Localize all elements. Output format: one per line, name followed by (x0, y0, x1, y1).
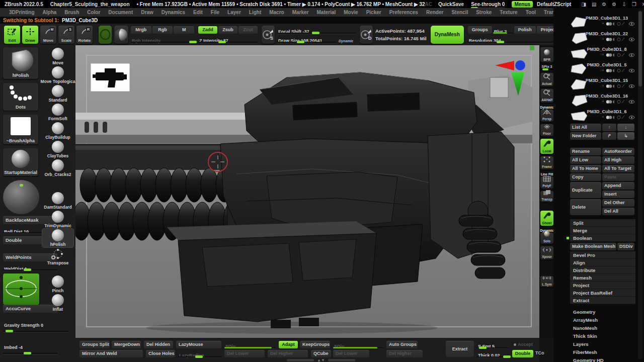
subtool-scrollbar[interactable] (638, 10, 642, 359)
blur-slider[interactable]: Blur 2 (493, 26, 513, 34)
resolution-slider[interactable]: Resolution 304 (468, 35, 565, 43)
ghost-button[interactable]: Ghost (540, 211, 553, 226)
all-high-button[interactable]: All High (602, 156, 634, 164)
del-lower-button[interactable]: Del Lower (224, 350, 265, 357)
subtool-item[interactable]: PM3D_Cube3D1_13 (570, 15, 635, 30)
copy-button[interactable]: Copy (570, 173, 601, 181)
rename-button[interactable]: Rename (570, 148, 601, 155)
restore-window-icon[interactable]: ❐ (632, 2, 636, 7)
visibility-eye-icon[interactable] (629, 69, 634, 72)
keepgroups-button[interactable]: KeepGroups (300, 341, 330, 348)
brush-claybuildup[interactable]: ClayBuildup (42, 122, 73, 140)
subtool-item[interactable]: PM3D_Cube3D1_15 (570, 77, 635, 93)
imbed-slider[interactable]: Imbed -4 (3, 342, 57, 354)
polish-button[interactable]: Polish (514, 26, 536, 34)
z-intensity-slider[interactable]: Z Intensity 37 (198, 35, 258, 43)
display-icon[interactable]: ▤ (592, 2, 596, 7)
folder-arrow-button[interactable]: ↱ (602, 132, 616, 140)
del-hidden-button[interactable]: Del Hidden (144, 341, 173, 348)
dsdiv-button[interactable]: DSDiv (617, 243, 634, 250)
visibility-eye-icon[interactable] (629, 84, 634, 88)
mrgb-button[interactable]: Mrgb (131, 26, 151, 34)
delete-button[interactable]: Delete (570, 199, 601, 215)
edit-mode-button[interactable]: Edit (4, 26, 20, 44)
section-extract[interactable]: Extract (570, 297, 635, 304)
del-lower-button[interactable]: Del Lower (333, 350, 369, 357)
brush-move[interactable]: Move (42, 47, 73, 66)
dynamesh-button[interactable]: DynaMesh (431, 26, 464, 44)
del-other-button[interactable]: Del Other (602, 199, 634, 207)
del-higher-button[interactable]: Del Higher (386, 350, 423, 357)
brush-hpolish[interactable]: hPolish (42, 229, 73, 247)
close-holes-button[interactable]: Close Holes (146, 350, 175, 357)
section-bevel-pro[interactable]: Bevel Pro (570, 251, 635, 259)
menu-texture[interactable]: Texture (496, 10, 521, 15)
groups-button[interactable]: Groups (468, 26, 492, 34)
menu-dynamics[interactable]: Dynamics (157, 10, 189, 15)
paste-button[interactable]: Paste (602, 173, 634, 181)
subtool-item[interactable]: PM3D_Cube3D1_5 (570, 61, 635, 77)
polyf-button[interactable]: PolyF (540, 176, 553, 189)
brush-orb-cracks2[interactable]: Orb_Cracks2 (42, 159, 73, 177)
extract-button[interactable]: Extract (446, 341, 474, 357)
local-button[interactable]: Local (540, 139, 553, 154)
groups-split-button[interactable]: Groups Split (79, 341, 110, 348)
rgb-intensity-slider[interactable]: Rgb Intensity (131, 35, 194, 43)
frame-button[interactable]: Frame (540, 156, 553, 169)
append-button[interactable]: Append (602, 182, 634, 190)
menu-material[interactable]: Material (312, 10, 340, 15)
sculpt-canvas[interactable] (75, 45, 539, 338)
scale-mode-button[interactable]: SScale (58, 26, 74, 44)
visibility-eye-icon[interactable] (629, 100, 634, 104)
accept-button[interactable]: Accept (511, 341, 533, 348)
visibility-eye-icon[interactable] (629, 22, 634, 26)
brushalpha-thumbnail[interactable]: ~BrushAlpha (3, 115, 38, 144)
accucurve-widget[interactable] (3, 274, 39, 305)
download-icon[interactable]: ⇩ (622, 2, 626, 7)
auto-groups-button[interactable]: Auto Groups (386, 341, 418, 348)
brush-formsoft[interactable]: FormSoft (42, 103, 73, 122)
bpr-button[interactable]: BPR (540, 47, 553, 62)
menu-tool[interactable]: Tool (522, 10, 540, 15)
all-to-home-button[interactable]: All To Home (570, 165, 601, 172)
shelf-scroll-arrows[interactable]: ▲▼ (287, 358, 355, 362)
section-geometry-hd[interactable]: Geometry HD (570, 356, 635, 362)
current-brush-button[interactable] (99, 26, 112, 44)
brush-damstandard[interactable]: DamStandard (42, 192, 73, 210)
menu-document[interactable]: Document (104, 10, 137, 15)
current-material-button[interactable] (114, 26, 128, 44)
subtool-item[interactable]: PM3D_Cube3D1_6 (570, 108, 635, 124)
panel-toggle-icon[interactable]: ◨ (581, 2, 586, 7)
move-into-folder-button[interactable]: ↳ (617, 132, 634, 140)
menu-brush[interactable]: Brush (60, 10, 83, 15)
duplicate-button[interactable]: Duplicate (570, 182, 601, 198)
section-distribute[interactable]: Distribute (570, 266, 635, 274)
persp-button[interactable]: Persp (540, 110, 553, 122)
transp-button[interactable]: Transp (540, 191, 553, 202)
floor-button[interactable]: Floor (540, 124, 553, 136)
zadd-button[interactable]: Zadd (198, 26, 217, 34)
solo-button[interactable]: Solo (540, 233, 553, 244)
menu-movie[interactable]: Movie (340, 10, 362, 15)
menu-picker[interactable]: Picker (362, 10, 385, 15)
menus-button[interactable]: Menus (512, 1, 533, 8)
move-mode-button[interactable]: MMove (40, 26, 56, 44)
xpose-button[interactable]: Xpose (540, 246, 553, 259)
all-to-target-button[interactable]: All To Target (602, 165, 634, 172)
zcut-button[interactable]: Zcut (238, 26, 258, 34)
adapt-button[interactable]: Adapt (279, 341, 298, 348)
brush-standard[interactable]: Standard (42, 84, 73, 103)
subtool-item[interactable]: PM3D_Cube3D1_22 (570, 30, 635, 46)
m-button[interactable]: M (174, 26, 194, 34)
menu-light[interactable]: Light (245, 10, 265, 15)
visibility-eye-icon[interactable] (629, 116, 634, 119)
section-boolean[interactable]: Boolean (570, 234, 635, 242)
section-arraymesh[interactable]: ArrayMesh (570, 316, 635, 324)
menu-3dprinting[interactable]: 3DPrinting (5, 10, 39, 15)
actual-button[interactable]: Actual (540, 73, 553, 86)
stroke-picker-button[interactable]: S (262, 26, 275, 44)
s-smt-slider[interactable]: S Smt 5 (477, 341, 508, 348)
brush-pinch[interactable]: Pinch (42, 275, 73, 294)
subtool-item[interactable]: PM3D_Cube3D1_8 (570, 46, 635, 61)
lazyradius-slider[interactable]: LazyRadius (178, 350, 221, 357)
